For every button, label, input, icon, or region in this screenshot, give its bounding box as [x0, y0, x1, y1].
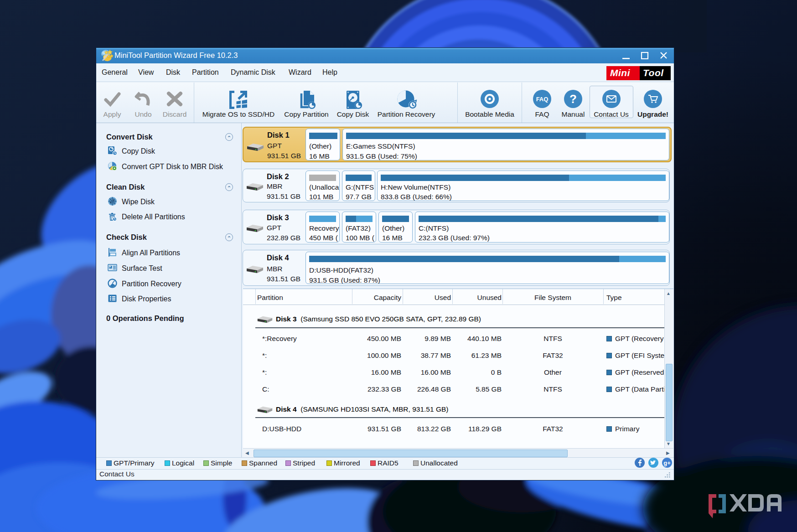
svg-text:g+: g+ — [663, 460, 671, 466]
